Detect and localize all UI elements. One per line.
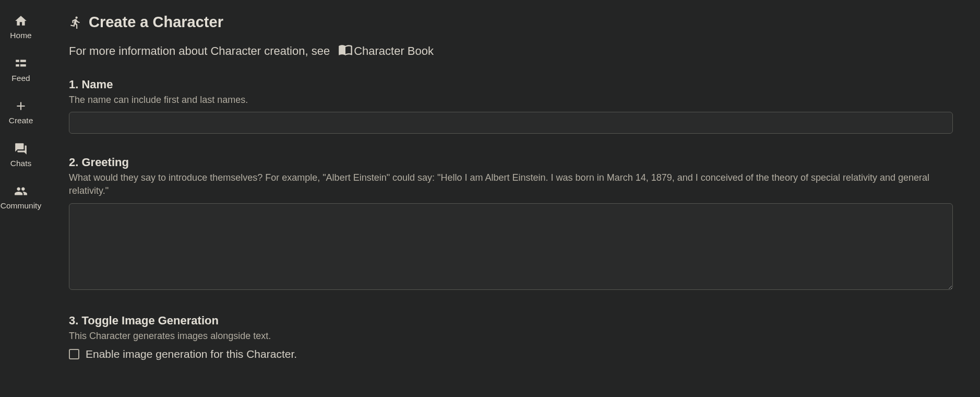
section-name-help: The name can include first and last name… bbox=[69, 94, 953, 107]
character-book-link-text: Character Book bbox=[354, 44, 434, 58]
feed-icon bbox=[14, 56, 28, 71]
sidebar-item-label: Home bbox=[10, 31, 31, 40]
sports-icon bbox=[69, 16, 82, 29]
sidebar-item-home[interactable]: Home bbox=[10, 6, 31, 49]
section-image-gen-heading: 3. Toggle Image Generation bbox=[69, 314, 953, 328]
chats-icon bbox=[14, 142, 28, 156]
image-gen-checkbox[interactable] bbox=[69, 349, 79, 359]
sidebar-item-label: Create bbox=[9, 116, 33, 125]
section-image-gen: 3. Toggle Image Generation This Characte… bbox=[69, 314, 953, 360]
section-name-heading: 1. Name bbox=[69, 78, 953, 91]
image-gen-checkbox-row: Enable image generation for this Charact… bbox=[69, 348, 953, 360]
info-row: For more information about Character cre… bbox=[69, 42, 953, 60]
section-greeting-heading: 2. Greeting bbox=[69, 156, 953, 169]
sidebar-item-label: Chats bbox=[10, 159, 32, 168]
page-header: Create a Character bbox=[69, 14, 953, 31]
svg-rect-0 bbox=[16, 60, 19, 62]
section-image-gen-help: This Character generates images alongsid… bbox=[69, 330, 953, 343]
character-book-link[interactable]: Character Book bbox=[338, 42, 434, 60]
greeting-input[interactable] bbox=[69, 203, 953, 290]
section-name: 1. Name The name can include first and l… bbox=[69, 78, 953, 134]
svg-rect-2 bbox=[16, 64, 19, 66]
info-text: For more information about Character cre… bbox=[69, 44, 330, 58]
section-greeting-help: What would they say to introduce themsel… bbox=[69, 171, 953, 197]
sidebar-item-feed[interactable]: Feed bbox=[11, 49, 30, 92]
sidebar-item-chats[interactable]: Chats bbox=[10, 134, 32, 177]
home-icon bbox=[14, 14, 28, 28]
image-gen-checkbox-label: Enable image generation for this Charact… bbox=[86, 348, 297, 360]
page-title: Create a Character bbox=[89, 14, 223, 31]
sidebar: Home Feed Create Chats Community bbox=[0, 0, 42, 397]
main-content: Create a Character For more information … bbox=[42, 0, 980, 397]
sidebar-item-create[interactable]: Create bbox=[9, 91, 33, 134]
sidebar-item-label: Feed bbox=[11, 74, 30, 83]
plus-icon bbox=[14, 99, 28, 113]
sidebar-item-label: Community bbox=[1, 202, 41, 210]
svg-rect-1 bbox=[20, 60, 26, 62]
sidebar-item-community[interactable]: Community bbox=[1, 177, 41, 219]
book-icon bbox=[338, 42, 353, 60]
svg-rect-3 bbox=[20, 64, 26, 66]
name-input[interactable] bbox=[69, 112, 953, 134]
community-icon bbox=[14, 184, 28, 198]
section-greeting: 2. Greeting What would they say to intro… bbox=[69, 156, 953, 291]
